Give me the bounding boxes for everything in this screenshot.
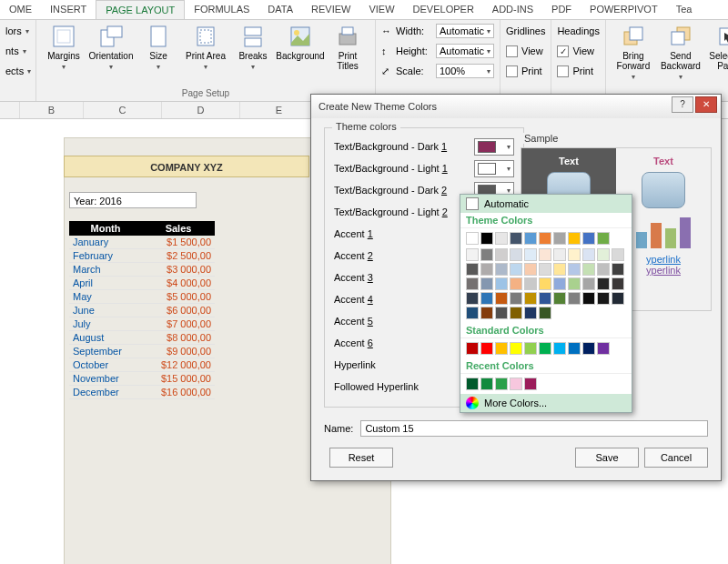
orientation-button[interactable]: Orientation▾	[89, 22, 133, 73]
color-swatch[interactable]	[539, 263, 551, 276]
color-swatch[interactable]	[539, 232, 551, 245]
colors-dropdown[interactable]: lors	[5, 25, 22, 36]
tab-data[interactable]: DATA	[258, 0, 302, 19]
color-swatch[interactable]	[510, 263, 522, 276]
gridlines-print-checkbox[interactable]	[506, 65, 518, 77]
color-swatch[interactable]	[510, 378, 522, 390]
tab-page-layout[interactable]: PAGE LAYOUT	[96, 0, 185, 19]
color-swatch[interactable]	[597, 263, 610, 276]
reset-button[interactable]: Reset	[329, 448, 393, 468]
year-cell[interactable]: Year: 2016	[69, 192, 197, 208]
color-swatch[interactable]	[524, 263, 537, 276]
color-swatch[interactable]	[524, 277, 537, 290]
color-swatch[interactable]	[553, 248, 566, 261]
color-swatch[interactable]	[466, 263, 479, 276]
color-swatch[interactable]	[495, 277, 508, 290]
color-swatch[interactable]	[597, 248, 610, 261]
col-D[interactable]: D	[162, 102, 240, 118]
col-C[interactable]: C	[84, 102, 162, 118]
tab-team[interactable]: Tea	[667, 0, 702, 19]
color-swatch[interactable]	[568, 248, 581, 261]
color-swatch[interactable]	[539, 248, 551, 261]
color-swatch[interactable]	[612, 263, 624, 276]
color-swatch[interactable]	[524, 307, 537, 319]
color-swatch[interactable]	[480, 342, 493, 355]
color-swatch[interactable]	[553, 263, 566, 276]
color-swatch[interactable]	[524, 342, 537, 355]
table-row[interactable]: May$5 000,00	[69, 290, 215, 304]
fonts-dropdown[interactable]: nts	[5, 45, 19, 56]
color-swatch[interactable]	[553, 292, 566, 305]
color-swatch[interactable]	[568, 232, 581, 245]
table-row[interactable]: December$16 000,00	[69, 386, 215, 399]
color-swatch[interactable]	[495, 378, 508, 390]
color-swatch[interactable]	[480, 263, 493, 276]
color-swatch[interactable]	[466, 277, 479, 290]
table-row[interactable]: October$12 000,00	[69, 358, 215, 372]
table-row[interactable]: June$6 000,00	[69, 304, 215, 317]
tab-developer[interactable]: DEVELOPER	[404, 0, 483, 19]
color-swatch[interactable]	[524, 378, 537, 390]
color-swatch[interactable]	[510, 342, 522, 355]
color-swatch[interactable]	[466, 342, 479, 355]
color-swatch[interactable]	[480, 277, 493, 290]
color-swatch[interactable]	[597, 232, 610, 245]
color-swatch[interactable]	[480, 248, 493, 261]
col-B[interactable]: B	[20, 102, 84, 118]
color-swatch[interactable]	[582, 232, 595, 245]
color-swatch-dropdown[interactable]: ▾	[474, 160, 514, 177]
size-button[interactable]: Size▾	[136, 22, 180, 73]
color-swatch[interactable]	[480, 378, 493, 390]
color-swatch[interactable]	[539, 292, 551, 305]
color-swatch[interactable]	[582, 248, 595, 261]
color-swatch[interactable]	[553, 277, 566, 290]
table-row[interactable]: February$2 500,00	[69, 249, 215, 263]
header-sales[interactable]: Sales	[142, 221, 215, 236]
color-swatch[interactable]	[612, 277, 624, 290]
color-swatch[interactable]	[495, 342, 508, 355]
color-swatch[interactable]	[597, 292, 610, 305]
table-row[interactable]: August$8 000,00	[69, 331, 215, 345]
breaks-button[interactable]: Breaks▾	[231, 22, 275, 73]
width-select[interactable]: Automatic▾	[436, 24, 494, 38]
background-button[interactable]: Background	[278, 22, 322, 63]
color-swatch[interactable]	[466, 378, 479, 390]
table-row[interactable]: November$15 000,00	[69, 372, 215, 386]
color-swatch[interactable]	[495, 263, 508, 276]
color-swatch[interactable]	[480, 232, 493, 245]
color-swatch[interactable]	[524, 248, 537, 261]
color-swatch[interactable]	[466, 307, 479, 319]
color-swatch[interactable]	[568, 277, 581, 290]
bring-forward-button[interactable]: Bring Forward▾	[612, 22, 655, 83]
color-swatch[interactable]	[495, 248, 508, 261]
color-swatch[interactable]	[582, 292, 595, 305]
table-row[interactable]: July$7 000,00	[69, 317, 215, 331]
color-swatch[interactable]	[495, 307, 508, 319]
color-swatch[interactable]	[466, 292, 479, 305]
color-swatch[interactable]	[539, 307, 551, 319]
color-swatch[interactable]	[568, 292, 581, 305]
color-swatch[interactable]	[510, 277, 522, 290]
send-backward-button[interactable]: Send Backward▾	[659, 22, 703, 83]
color-swatch[interactable]	[466, 248, 479, 261]
color-swatch[interactable]	[510, 232, 522, 245]
color-swatch[interactable]	[480, 307, 493, 319]
header-month[interactable]: Month	[69, 221, 142, 236]
table-row[interactable]: September$9 000,00	[69, 345, 215, 358]
color-swatch[interactable]	[553, 232, 566, 245]
color-swatch[interactable]	[524, 232, 537, 245]
dialog-title-bar[interactable]: Create New Theme Colors ? ✕	[311, 95, 721, 118]
scale-spinner[interactable]: 100%▾	[436, 64, 494, 78]
color-swatch[interactable]	[597, 277, 610, 290]
print-titles-button[interactable]: Print Titles	[326, 22, 369, 73]
selection-pane-button[interactable]: Selection Pane	[706, 22, 728, 73]
margins-button[interactable]: Margins▾	[42, 22, 86, 73]
table-row[interactable]: March$3 000,00	[69, 263, 215, 277]
automatic-color[interactable]: Automatic	[460, 195, 632, 213]
close-button[interactable]: ✕	[695, 96, 717, 113]
color-swatch[interactable]	[582, 342, 595, 355]
color-swatch[interactable]	[539, 277, 551, 290]
theme-name-input[interactable]	[360, 420, 708, 437]
color-swatch[interactable]	[553, 342, 566, 355]
tab-formulas[interactable]: FORMULAS	[185, 0, 258, 19]
